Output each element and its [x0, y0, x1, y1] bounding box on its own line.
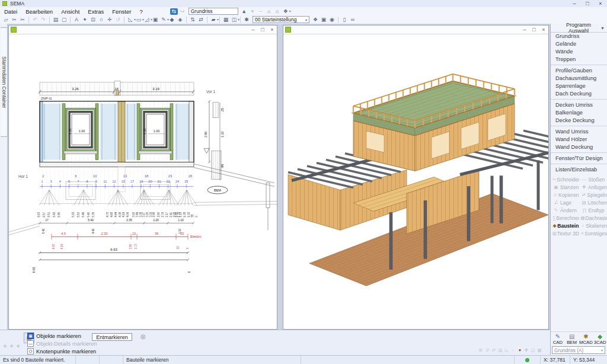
- menu-bearbeiten[interactable]: Bearbeiten: [21, 8, 57, 15]
- mark-details-option[interactable]: — Objekt-Details markieren: [27, 340, 97, 347]
- menu-ansicht[interactable]: Ansicht: [57, 8, 84, 15]
- house-new-icon[interactable]: ⌂: [273, 8, 282, 15]
- tool-stossen[interactable]: —Stoßen: [579, 175, 607, 183]
- snap-array-icon[interactable]: ▥: [497, 347, 503, 353]
- origin-point-icon[interactable]: ●: [517, 347, 523, 353]
- layer-icon[interactable]: ◈: [15, 343, 21, 349]
- point-icon[interactable]: ◆: [168, 16, 176, 24]
- window-close-icon[interactable]: ×: [539, 25, 548, 34]
- menu-extras[interactable]: Extras: [84, 8, 108, 15]
- preset-icon[interactable]: ✱: [242, 16, 251, 24]
- mark-person-icon[interactable]: ◎: [140, 333, 146, 340]
- sidebar-item-decke-deckung[interactable]: Decke Deckung: [551, 117, 607, 124]
- polygon-tool-icon[interactable]: ◿▾: [143, 16, 151, 24]
- snap-layout-icon[interactable]: ◫: [530, 347, 536, 353]
- sidebar-item-gelande[interactable]: Gelände: [551, 40, 607, 48]
- undo-icon[interactable]: ↶: [31, 16, 39, 24]
- preset-manage-icon[interactable]: ❖: [311, 16, 320, 24]
- mark-objects-option[interactable]: ▣ Objekte markieren: [27, 332, 81, 340]
- window-minimize-icon[interactable]: –: [520, 25, 529, 34]
- sidebar-item-dach-deckung[interactable]: Dach Deckung: [551, 90, 607, 98]
- redo-icon[interactable]: ↷: [39, 16, 47, 24]
- table-icon[interactable]: ▦: [222, 16, 230, 24]
- mode-bem-button[interactable]: ▤BEM: [565, 333, 579, 345]
- draw-icon[interactable]: ✎▾: [159, 16, 168, 24]
- preset-copy-icon[interactable]: ▣: [320, 16, 328, 24]
- flag-icon[interactable]: ▰▾: [209, 16, 218, 24]
- 3d-model-canvas[interactable]: [283, 35, 548, 329]
- layer-icon[interactable]: ◈: [8, 343, 15, 349]
- pin-icon[interactable]: ▲: [240, 8, 248, 15]
- zoom-back-icon[interactable]: ↺: [114, 16, 122, 24]
- snap-angle-icon[interactable]: ◺: [504, 347, 510, 353]
- window-close-icon[interactable]: ×: [267, 25, 277, 34]
- layout-icon[interactable]: ◫▾: [230, 16, 238, 24]
- tool-berechnen[interactable]: ∑Berechnen: [551, 214, 579, 222]
- model-window-titlebar[interactable]: – □ ×: [283, 25, 548, 34]
- tool-stanzen[interactable]: ▣Stanzen: [551, 183, 579, 191]
- tool-skalieren[interactable]: ↕Skalieren: [579, 222, 607, 229]
- tool-sonstiges[interactable]: ≡Sonstiges: [579, 229, 607, 237]
- exchange-icon[interactable]: ⇄: [197, 16, 205, 24]
- sidebar-item-treppen[interactable]: Treppen: [551, 56, 607, 63]
- snap-add-icon[interactable]: ✚: [523, 347, 529, 353]
- cut-copy-icon[interactable]: ✂: [18, 16, 27, 24]
- tool-baustein[interactable]: ◆Baustein: [551, 222, 579, 229]
- close-button[interactable]: ×: [594, 0, 607, 7]
- menu-[interactable]: ?: [135, 8, 146, 15]
- mode-mcad-button[interactable]: ✱MCAD: [579, 333, 593, 345]
- pages-icon[interactable]: ▯: [340, 16, 349, 24]
- visibility-icon[interactable]: ✦: [81, 16, 89, 24]
- settings-icon[interactable]: ◉: [328, 16, 336, 24]
- collapse-icon[interactable]: –: [257, 8, 265, 15]
- tool-andern[interactable]: ✎Ändern: [551, 206, 579, 214]
- house-open-icon[interactable]: ⌂: [265, 8, 273, 15]
- print-icon[interactable]: ▤: [52, 16, 60, 24]
- sidebar-item-balkenlage[interactable]: Balkenlage: [551, 109, 607, 117]
- new-document-icon[interactable]: ▢: [60, 16, 68, 24]
- sidebar-item-decken-umriss[interactable]: Decken Umriss: [551, 101, 607, 109]
- reference-icon[interactable]: ▣: [151, 16, 159, 24]
- sidebar-item-dachausmittlung[interactable]: Dachausmittlung: [551, 75, 607, 82]
- tool-textur-3d[interactable]: ▧Textur 3D: [551, 229, 579, 237]
- sidebar-item-wand-deckung[interactable]: Wand Deckung: [551, 143, 607, 151]
- view-combo[interactable]: Grundriss: [189, 8, 238, 15]
- program-select-header[interactable]: Programm Auswahl ▼: [551, 24, 607, 33]
- sidebar-item-wande[interactable]: Wände: [551, 48, 607, 56]
- window-maximize-icon[interactable]: □: [258, 25, 267, 34]
- mark-nodes-option[interactable]: O Knotenpunkte markieren: [27, 347, 96, 355]
- share-icon[interactable]: ❖▾: [282, 8, 290, 15]
- unmark-button[interactable]: Entmarkieren: [92, 333, 132, 341]
- tool-kopieren[interactable]: ▱Kopieren: [551, 191, 579, 199]
- snap-free-icon[interactable]: ▫: [510, 347, 516, 353]
- window-maximize-icon[interactable]: □: [529, 25, 539, 34]
- window-minimize-icon[interactable]: –: [248, 25, 258, 34]
- snap-rotate-icon[interactable]: ↺: [484, 347, 490, 353]
- sidebar-item-listen-einzelstab[interactable]: Listen/Einzelstab: [551, 166, 607, 174]
- snap-hatch-icon[interactable]: ▩: [536, 347, 542, 353]
- sidebar-item-wand-umriss[interactable]: Wand Umriss: [551, 128, 607, 136]
- zoom-icon[interactable]: ○: [97, 16, 106, 24]
- minimize-button[interactable]: –: [568, 0, 581, 7]
- drawing-window-titlebar[interactable]: – □ ×: [9, 25, 277, 34]
- sidebar-item-profile-gauben[interactable]: Profile/Gauben: [551, 67, 607, 75]
- sidebar-item-wand-holzer[interactable]: Wand Hölzer: [551, 136, 607, 143]
- sidebar-item-fenster-tur-design[interactable]: Fenster/Tür Design: [551, 155, 607, 162]
- mode-cad-button[interactable]: ✎CAD: [551, 333, 564, 345]
- tool-dachraster[interactable]: ▦Dachraster: [579, 214, 607, 222]
- 2d-wall-drawing-canvas[interactable]: 3.26.163.19Vor 12NP-I1Hor 11.301.001.301…: [9, 35, 277, 329]
- maximize-button[interactable]: □: [581, 0, 594, 7]
- open-folder-icon[interactable]: ▱: [2, 16, 10, 24]
- preset-combo[interactable]: 00 Starteinstellung ▾: [253, 16, 309, 23]
- send-icon[interactable]: ⇅: [189, 16, 197, 24]
- tool-endtyp[interactable]: ∏Endtyp: [579, 206, 607, 214]
- tool-anfugen[interactable]: ✚Anfügen: [579, 183, 607, 191]
- tool-schneiden[interactable]: ✂Schneiden: [551, 175, 579, 183]
- tool-loschen[interactable]: ▨Löschen: [579, 199, 607, 206]
- pin-down-icon[interactable]: ▾: [248, 8, 257, 15]
- stammdaten-container-tab[interactable]: Stammdaten Container: [1, 27, 8, 137]
- zoom-window-icon[interactable]: ⊡: [89, 16, 97, 24]
- binoculars-icon[interactable]: ∞: [349, 16, 357, 24]
- tool-lage[interactable]: ∠Lage: [551, 199, 579, 206]
- snap-mirror-icon[interactable]: ⇄: [491, 347, 497, 353]
